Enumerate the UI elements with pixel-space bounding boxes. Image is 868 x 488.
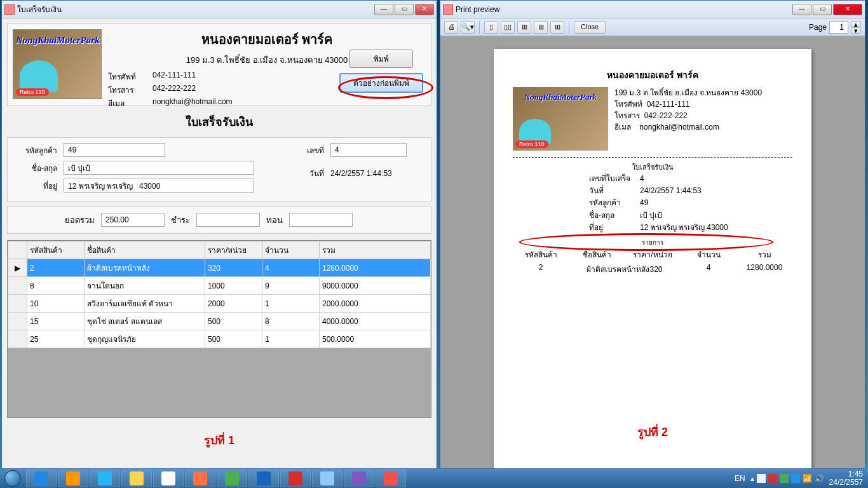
- taskbar[interactable]: EN ▴ 📶 🔊 1:45 24/2/2557: [0, 469, 868, 488]
- titlebar[interactable]: ใบเสร็จรับเงิน — ▭ ✕: [2, 1, 437, 18]
- taskbar-item-line[interactable]: [217, 470, 247, 487]
- preview-page: หนองคายมอเตอร์ พาร์ค NongKhaiMoterPark R…: [494, 49, 811, 468]
- page-up-button[interactable]: ▴: [851, 21, 861, 27]
- taskbar-item-app-blue[interactable]: [90, 470, 120, 487]
- table-row[interactable]: ▶2ผ้าดิสเบรคหน้าหลัง32041280.0000: [8, 259, 431, 277]
- app-icon: [4, 4, 15, 15]
- taskbar-item-app[interactable]: [376, 470, 406, 487]
- preview-button[interactable]: ตัวอย่างก่อนพิมพ์: [339, 73, 423, 93]
- taskbar-item-chrome[interactable]: [153, 470, 184, 487]
- table-row[interactable]: 25ชุดกุญแจนิรภัย5001500.0000: [8, 330, 431, 348]
- customer-address-input[interactable]: [64, 179, 254, 193]
- page-area[interactable]: หนองคายมอเตอร์ พาร์ค NongKhaiMoterPark R…: [440, 36, 865, 468]
- zoom-icon[interactable]: 🔍▾: [461, 21, 475, 34]
- print-preview-window: Print preview — ▭ ✕ 🖨 🔍▾ ▯ ▯▯ ⊞ ⊞ ⊞ Clos…: [440, 0, 865, 469]
- maximize-button[interactable]: ▭: [813, 4, 832, 15]
- taskbar-item-explorer[interactable]: [121, 470, 152, 487]
- view-3-icon[interactable]: ⊞: [517, 21, 531, 34]
- receipt-date: 24/2/2557 1:44:53: [330, 169, 392, 178]
- system-tray[interactable]: EN ▴ 📶 🔊 1:45 24/2/2557: [735, 470, 868, 487]
- language-indicator[interactable]: EN: [735, 474, 745, 483]
- minimize-button[interactable]: —: [374, 4, 393, 15]
- table-row[interactable]: 10สวิงอาร์มเอเซียแท้ ตัวหนา200012000.000…: [8, 295, 431, 313]
- network-icon[interactable]: 📶: [803, 474, 812, 483]
- taskbar-item-media[interactable]: [58, 470, 88, 487]
- page-number-input[interactable]: [829, 21, 848, 34]
- receipt-window: ใบเสร็จรับเงิน — ▭ ✕ NongKhaiMoterPark R…: [1, 0, 437, 469]
- close-button[interactable]: ✕: [415, 4, 434, 15]
- tray-icon[interactable]: [780, 474, 789, 483]
- maximize-button[interactable]: ▭: [395, 4, 414, 15]
- total-input[interactable]: [101, 213, 165, 227]
- taskbar-item-firefox[interactable]: [185, 470, 215, 487]
- window-title: ใบเสร็จรับเงิน: [17, 3, 374, 15]
- figure-caption-1: รูปที่ 1: [7, 431, 431, 449]
- customer-id-input[interactable]: [64, 143, 165, 157]
- close-preview-button[interactable]: Close: [574, 21, 606, 34]
- view-1-icon[interactable]: ▯: [484, 21, 498, 34]
- totals-section: ยอดรวม ชำระ ทอน: [7, 206, 431, 234]
- page-down-button[interactable]: ▾: [851, 27, 861, 34]
- table-row[interactable]: 8จานโตนอก100099000.0000: [8, 277, 431, 295]
- app-icon: [443, 4, 453, 15]
- pay-input[interactable]: [196, 213, 260, 227]
- customer-form: รหัสลูกค้า ชื่อ-สกุล ที่อยู่ เลขที่ วันท…: [7, 137, 431, 202]
- print-button[interactable]: พิมพ์: [349, 50, 413, 68]
- titlebar[interactable]: Print preview — ▭ ✕: [440, 1, 865, 18]
- tray-icon[interactable]: [791, 474, 800, 483]
- view-4-icon[interactable]: ⊞: [534, 21, 548, 34]
- change-input[interactable]: [289, 213, 353, 227]
- tray-up-icon[interactable]: ▴: [750, 474, 754, 483]
- volume-icon[interactable]: 🔊: [815, 474, 824, 483]
- window-title: Print preview: [456, 5, 792, 14]
- business-logo: NongKhaiMoterPark Retro 110: [13, 29, 102, 99]
- taskbar-item-ie[interactable]: [26, 470, 57, 487]
- clock[interactable]: 1:45 24/2/2557: [829, 470, 863, 487]
- table-row[interactable]: 15ชุดโช่ สเตอร์ สแตนเลส50084000.0000: [8, 313, 431, 330]
- view-5-icon[interactable]: ⊞: [550, 21, 564, 34]
- preview-toolbar: 🖨 🔍▾ ▯ ▯▯ ⊞ ⊞ ⊞ Close Page ▴ ▾: [440, 18, 865, 36]
- minimize-button[interactable]: —: [792, 4, 811, 15]
- close-button[interactable]: ✕: [833, 4, 862, 15]
- customer-name-input[interactable]: [64, 161, 254, 175]
- figure-caption-2: รูปที่ 2: [513, 423, 792, 441]
- business-name: หนองคายมอเตอร์ พาร์ค: [108, 29, 426, 50]
- preview-logo: NongKhaiMoterPark Retro 110: [513, 87, 608, 151]
- view-2-icon[interactable]: ▯▯: [501, 21, 515, 34]
- receipt-no-input[interactable]: [330, 143, 407, 157]
- print-icon[interactable]: 🖨: [444, 21, 458, 34]
- start-button[interactable]: [0, 469, 25, 488]
- preview-item-row: 2 ผ้าดิสเบรคหน้าหลัง320 4 1280.0000: [513, 262, 792, 276]
- taskbar-item-download[interactable]: [280, 470, 311, 487]
- tray-icon[interactable]: [768, 474, 777, 483]
- document-title: ใบเสร็จรับเงิน: [7, 112, 431, 131]
- flag-icon[interactable]: [757, 474, 766, 483]
- business-header: NongKhaiMoterPark Retro 110 หนองคายมอเตอ…: [7, 24, 431, 106]
- taskbar-item-word[interactable]: [248, 470, 279, 487]
- taskbar-item-paint[interactable]: [312, 470, 342, 487]
- taskbar-item-vs[interactable]: [344, 470, 374, 487]
- page-label: Page: [809, 23, 827, 32]
- items-grid[interactable]: รหัสสินค้าชื่อสินค้าราคา/หน่วยจำนวนรวม▶2…: [7, 240, 431, 418]
